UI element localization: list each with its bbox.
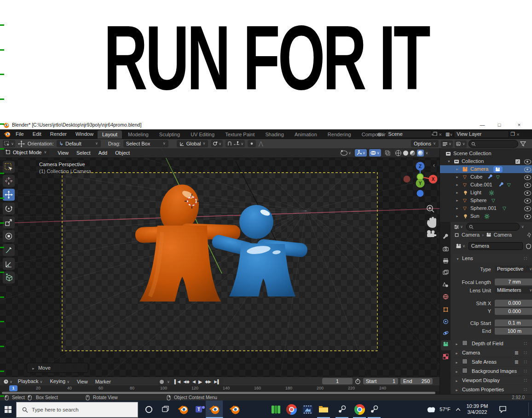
camera-datablock-icon[interactable]: ∨	[454, 243, 467, 250]
taskbar-app-steam-2[interactable]	[365, 401, 383, 418]
sidebar-toggle-arrow[interactable]: ‹	[433, 162, 435, 168]
shading-rendered-button[interactable]	[417, 150, 424, 157]
hide-eye-icon[interactable]	[524, 175, 531, 180]
tab-scene[interactable]	[441, 280, 451, 290]
transform-orientation-dropdown[interactable]: Global∨	[177, 140, 208, 147]
options-dropdown[interactable]: Options∨	[411, 140, 439, 147]
tab-object-data-camera[interactable]	[441, 340, 451, 350]
next-keyframe-button[interactable]: ◆▶	[205, 379, 211, 384]
breadcrumb-object[interactable]: Camera	[462, 232, 480, 238]
previous-keyframe-button[interactable]: ◀◆	[183, 379, 190, 384]
shift-x-field[interactable]: 0.000	[495, 300, 532, 307]
move-gizmo-icon[interactable]	[18, 140, 25, 147]
orientation-dropdown[interactable]: ↳Default∨	[57, 140, 101, 147]
snap-target-dropdown[interactable]: ∨	[211, 140, 223, 147]
outliner-row-camera[interactable]: ► Camera	[440, 165, 532, 173]
pin-icon[interactable]	[527, 232, 532, 238]
shift-y-field[interactable]: 0.000	[495, 308, 532, 315]
workspace-tab-animation[interactable]: Animation	[290, 130, 322, 139]
action-center-button[interactable]	[495, 401, 510, 418]
camera-data-badge[interactable]	[493, 166, 503, 173]
tool-cursor[interactable]	[3, 175, 15, 187]
pan-hand-icon[interactable]	[427, 217, 436, 228]
outliner-row-sphere-001[interactable]: ► ▽ Sphere.001 ▽	[440, 204, 532, 212]
playhead[interactable]: 1	[9, 385, 17, 391]
tool-annotate[interactable]	[3, 244, 15, 256]
expand-icon[interactable]: ▼	[447, 157, 451, 165]
panel-safe-areas[interactable]: ► Safe Areas ≣ ∷	[452, 358, 531, 366]
hide-eye-icon[interactable]	[524, 183, 531, 188]
outliner-filter-id-dropdown[interactable]: ∨	[455, 140, 467, 148]
taskbar-app-video-editor[interactable]	[299, 401, 316, 418]
camera-datablock-name-field[interactable]: Camera	[468, 242, 523, 250]
tab-world[interactable]	[441, 292, 451, 302]
properties-search-input[interactable]	[466, 223, 520, 231]
outliner-row-collection[interactable]: ▼ Collection ✓	[440, 157, 532, 165]
taskbar-app-blender-active[interactable]	[206, 401, 223, 418]
proportional-editing-icon[interactable]	[248, 140, 256, 147]
properties-options-dropdown[interactable]: ∨	[521, 225, 524, 229]
workspace-tab-sculpting[interactable]: Sculpting	[155, 130, 185, 139]
scene-name-field[interactable]: Scene	[386, 130, 432, 138]
object-visibility-dropdown[interactable]: ∨	[339, 149, 353, 157]
taskbar-app-blender-1[interactable]	[174, 401, 191, 418]
tab-tool[interactable]	[441, 232, 451, 243]
tab-physics[interactable]	[441, 329, 451, 339]
viewport-menu-add[interactable]: Add	[95, 148, 111, 157]
drag-dropdown[interactable]: Select Box∨	[123, 140, 168, 147]
falloff-curve-icon[interactable]: ⋀	[259, 140, 263, 147]
scene-copy-icon[interactable]: ❐	[433, 131, 438, 137]
hide-eye-icon[interactable]	[524, 167, 531, 172]
panel-viewport-display[interactable]: ► Viewport Display ∷	[452, 376, 531, 384]
view-layer-copy-icon[interactable]: ❐	[510, 131, 515, 137]
outliner-display-mode-dropdown[interactable]: ∨	[441, 140, 453, 148]
tool-select-box[interactable]	[3, 161, 15, 173]
outliner-row-cube[interactable]: ► ▽ Cube ▽	[440, 173, 532, 181]
lens-panel-header[interactable]: ▼Lens ∷	[452, 254, 531, 262]
tool-rotate[interactable]	[3, 203, 15, 215]
menu-render[interactable]: Render	[46, 129, 70, 139]
presets-list-icon[interactable]: ≣	[515, 358, 519, 366]
focal-length-field[interactable]: 7 mm	[495, 279, 532, 285]
outliner-filter-icon[interactable]	[520, 141, 526, 147]
operator-panel[interactable]: ►Move	[27, 363, 88, 373]
hide-eye-icon[interactable]	[524, 206, 531, 211]
viewport-3d[interactable]: Object Mode∨ View Select Add Object ∨ ∨ …	[0, 148, 439, 377]
hide-eye-icon[interactable]	[524, 198, 531, 203]
jump-to-end-button[interactable]: ▶▌	[214, 379, 220, 384]
shading-wireframe-button[interactable]	[395, 150, 401, 156]
viewport-menu-view[interactable]: View	[54, 148, 72, 157]
lens-unit-dropdown[interactable]: Millimeters∨	[495, 287, 532, 294]
outliner-row-light[interactable]: ► Light	[440, 189, 532, 197]
clock[interactable]: 10:39 PM 3/4/2022	[463, 401, 492, 418]
active-tool-icon[interactable]: ∨	[3, 140, 15, 147]
maximize-button[interactable]: □	[491, 121, 508, 129]
tab-render[interactable]	[441, 244, 451, 255]
hide-eye-icon[interactable]	[524, 214, 531, 219]
view-layer-name-field[interactable]: View Layer	[454, 130, 509, 138]
tool-move[interactable]	[3, 189, 15, 201]
show-desktop-divider[interactable]	[528, 402, 529, 416]
current-frame-field[interactable]: 1	[322, 378, 353, 384]
timeline-editor-type-icon[interactable]: ∨	[2, 378, 14, 385]
properties-editor-type-icon[interactable]: ∨	[452, 223, 464, 231]
taskbar-app-blender-2[interactable]	[226, 401, 243, 418]
frame-start-field[interactable]: Start1	[363, 378, 398, 384]
clip-end-field[interactable]: 100 m	[495, 328, 532, 335]
viewport-menu-select[interactable]: Select	[73, 148, 94, 157]
weather-temperature[interactable]: 57°F	[437, 401, 453, 418]
menu-file[interactable]: File	[12, 129, 28, 139]
hide-eye-icon[interactable]	[524, 159, 531, 164]
taskbar-app-steam-1[interactable]	[333, 401, 351, 418]
workspace-tab-modeling[interactable]: Modeling	[123, 130, 153, 139]
workspace-tab-texture-paint[interactable]: Texture Paint	[220, 130, 259, 139]
depth-of-field-checkbox[interactable]	[462, 340, 468, 346]
taskbar-app-file-explorer[interactable]	[315, 401, 332, 418]
tab-object[interactable]	[441, 305, 451, 315]
type-dropdown[interactable]: Perspective∨	[495, 266, 532, 273]
scene-datablock-icon[interactable]: ◎∨	[377, 132, 384, 137]
tab-constraints[interactable]	[441, 317, 451, 327]
breadcrumb-data[interactable]: Camera	[494, 232, 512, 238]
auto-keying-record-button[interactable]	[158, 378, 165, 385]
cortana-button[interactable]	[140, 401, 157, 418]
